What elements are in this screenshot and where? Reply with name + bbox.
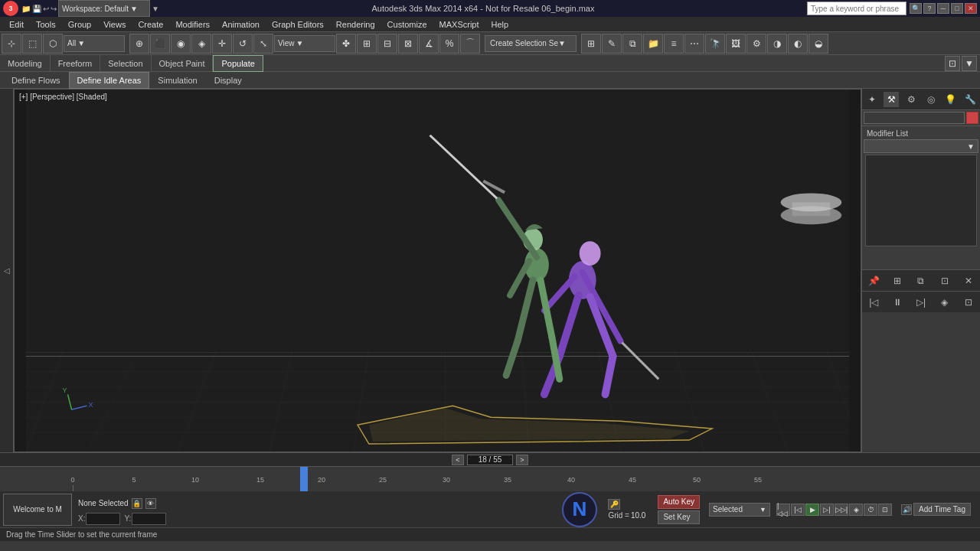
workspace-dropdown[interactable]: Workspace: Default ▼ (58, 0, 150, 17)
color-swatch[interactable] (966, 112, 978, 124)
select-obj-btn[interactable]: ⊕ (129, 34, 149, 54)
close-btn[interactable]: ✕ (965, 3, 977, 14)
menu-help[interactable]: Help (485, 17, 515, 32)
key-filter-icon[interactable]: ⊡ (961, 295, 976, 310)
speaker-icon[interactable]: 🔊 (901, 504, 912, 515)
menu-maxscript[interactable]: MAXScript (433, 17, 485, 32)
asset-btn[interactable]: 📁 (643, 34, 663, 54)
prev-frame-btn[interactable]: |◁ (791, 504, 805, 516)
layers-btn[interactable]: ⧉ (622, 34, 642, 54)
tab-object-paint[interactable]: Object Paint (152, 55, 214, 72)
view-dropdown[interactable]: View▼ (274, 35, 335, 52)
menu-customize[interactable]: Customize (381, 17, 433, 32)
viewport[interactable]: [+] [Perspective] [Shaded] (14, 89, 861, 452)
time-config-btn[interactable]: ⏱ (864, 504, 877, 516)
populate-extra-btn2[interactable]: ▼ (962, 56, 977, 71)
set-key-btn[interactable]: Set Key (658, 510, 700, 524)
named-sel-btn[interactable]: ⊞ (581, 34, 601, 54)
extra-btn2[interactable]: ◒ (808, 34, 828, 54)
add-time-tag-btn[interactable]: Add Time Tag (913, 503, 971, 516)
render-setup-btn[interactable]: ⚙ (746, 34, 766, 54)
pause-icon[interactable]: ⏸ (890, 295, 905, 310)
motion-panel-icon[interactable]: ◎ (923, 92, 939, 107)
menu-modifiers[interactable]: Modifiers (169, 17, 216, 32)
rotate-btn[interactable]: ↺ (233, 34, 253, 54)
play-btn[interactable]: ▶ (805, 504, 819, 516)
next-frame-btn[interactable]: ▷| (820, 504, 834, 516)
left-panel-toggle[interactable]: ◁ (0, 89, 14, 452)
go-end-btn[interactable]: ▷▷| (835, 504, 848, 516)
render-btn[interactable]: 🖼 (726, 34, 746, 54)
edit-sel-btn[interactable]: ✎ (602, 34, 622, 54)
filter-dropdown[interactable]: All▼ (64, 35, 125, 52)
auto-key-btn[interactable]: Auto Key (658, 495, 700, 509)
select-region-btn[interactable]: ⬚ (22, 34, 42, 54)
coord-y-value[interactable] (132, 513, 166, 525)
menu-views[interactable]: Views (97, 17, 132, 32)
select-region-fence-btn[interactable]: ◈ (191, 34, 211, 54)
tab-populate[interactable]: Populate (213, 55, 263, 72)
paste-icon[interactable]: ⊡ (937, 273, 952, 289)
arc-btn[interactable]: ⌒ (460, 34, 480, 54)
go-start-btn[interactable]: |◁◁ (776, 504, 790, 516)
pop-tab-simulation[interactable]: Simulation (149, 72, 205, 89)
modifier-list-dropdown[interactable]: ▼ (864, 139, 978, 153)
menu-group[interactable]: Group (62, 17, 98, 32)
extra-btn1[interactable]: ◐ (788, 34, 808, 54)
prev-frame-icon[interactable]: |◁ (866, 295, 881, 310)
delete-icon[interactable]: ✕ (961, 273, 976, 289)
key-mode-toggle-btn[interactable]: ◈ (849, 504, 863, 516)
menu-create[interactable]: Create (132, 17, 169, 32)
key-mode-icon[interactable]: ◈ (937, 295, 952, 310)
timeline-ruler[interactable]: 0 5 10 15 20 25 30 35 40 45 50 55 (0, 467, 980, 491)
pop-tab-define-flows[interactable]: Define Flows (3, 72, 69, 89)
tab-freeform[interactable]: Freeform (51, 55, 101, 72)
minimize-btn[interactable]: ─ (937, 3, 949, 14)
select-type-btn[interactable]: ⬡ (43, 34, 63, 54)
key-filters-btn[interactable]: ⊡ (878, 504, 892, 516)
pop-tab-define-idle-areas[interactable]: Define Idle Areas (69, 72, 150, 89)
snap2-btn[interactable]: ⊞ (357, 34, 377, 54)
frame-marker[interactable] (300, 467, 308, 491)
populate-extra-btn[interactable]: ⊡ (945, 56, 960, 71)
coord-x-value[interactable] (86, 513, 120, 525)
align-btn[interactable]: ⊠ (398, 34, 418, 54)
hierarchy-panel-icon[interactable]: ⚙ (903, 92, 919, 107)
search-btn[interactable]: 🔍 (910, 3, 922, 14)
snap-btn[interactable]: ✤ (336, 34, 356, 54)
timeline-next-btn[interactable]: > (516, 455, 528, 465)
scene-explorer-btn[interactable]: 🔭 (705, 34, 725, 54)
properties-btn[interactable]: ≡ (664, 34, 684, 54)
mirror-btn[interactable]: ⊟ (377, 34, 397, 54)
display-panel-icon[interactable]: 💡 (942, 92, 958, 107)
material-editor-btn[interactable]: ◑ (767, 34, 787, 54)
menu-edit[interactable]: Edit (3, 17, 30, 32)
copy-icon[interactable]: ⧉ (913, 273, 929, 289)
timeline-prev-btn[interactable]: < (452, 455, 464, 465)
angle-btn[interactable]: ∡ (419, 34, 439, 54)
lock-icon[interactable]: 🔒 (132, 498, 142, 509)
search-input[interactable] (807, 2, 906, 15)
help-btn[interactable]: ? (923, 3, 936, 14)
menu-graph-editors[interactable]: Graph Editors (266, 17, 330, 32)
menu-animation[interactable]: Animation (216, 17, 266, 32)
move-btn[interactable]: ✛ (212, 34, 232, 54)
select-region-circle-btn[interactable]: ◉ (171, 34, 191, 54)
select-region-rect-btn[interactable]: ⬛ (150, 34, 170, 54)
create-selection-btn[interactable]: Create Selection Se ▼ (485, 35, 577, 52)
maximize-btn[interactable]: □ (951, 3, 963, 14)
create-panel-icon[interactable]: ✦ (864, 92, 880, 107)
utilities-panel-icon[interactable]: 🔧 (962, 92, 978, 107)
percent-btn[interactable]: % (439, 34, 459, 54)
stack-icon[interactable]: ⊞ (890, 273, 905, 289)
modify-panel-icon[interactable]: ⚒ (884, 92, 899, 107)
select-tool-btn[interactable]: ⊹ (2, 34, 21, 54)
menu-rendering[interactable]: Rendering (330, 17, 381, 32)
scale-btn[interactable]: ⤡ (253, 34, 273, 54)
curve-editor-btn[interactable]: ⋯ (684, 34, 704, 54)
tab-selection[interactable]: Selection (100, 55, 151, 72)
selected-dropdown[interactable]: Selected ▼ (709, 503, 770, 517)
menu-tools[interactable]: Tools (30, 17, 62, 32)
pop-tab-display[interactable]: Display (206, 72, 250, 89)
visibility-icon[interactable]: 👁 (145, 498, 156, 509)
